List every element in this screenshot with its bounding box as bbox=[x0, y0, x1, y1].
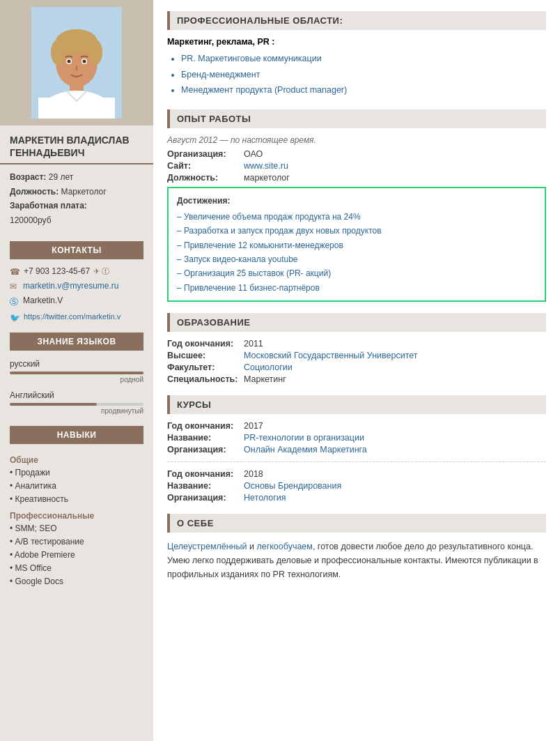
edu-higher-label: Высшее: bbox=[167, 351, 244, 360]
course1-org-value: Онлайн Академия Маркетинга bbox=[244, 445, 367, 454]
achievement-6: – Привлечение 11 бизнес-партнёров bbox=[177, 281, 536, 295]
main-content: ПРОФЕССИОНАЛЬНЫЕ ОБЛАСТИ: Маркетинг, рек… bbox=[153, 0, 560, 741]
work-position-row: Должность: маркетолог bbox=[167, 173, 546, 183]
skill-item-smm: • SMM; SEO bbox=[10, 522, 143, 535]
skills-general-label: Общие bbox=[10, 455, 143, 465]
achievement-5: – Организация 25 выставок (PR- акций) bbox=[177, 266, 536, 280]
about-title: О СЕБЕ bbox=[167, 514, 546, 533]
about-text: Целеустремлённый и легкообучаем, готов д… bbox=[167, 540, 546, 581]
about-highlight-2: легкообучаем bbox=[256, 542, 312, 551]
work-position-label: Должность: bbox=[167, 173, 244, 183]
candidate-info: Возраст: 29 лет Должность: Маркетолог За… bbox=[0, 170, 153, 234]
lang-name-russian: русский bbox=[10, 359, 143, 369]
svg-point-10 bbox=[68, 60, 71, 63]
skype-value: Marketin.V bbox=[23, 296, 63, 305]
edu-faculty-row: Факультет: Социологии bbox=[167, 362, 546, 372]
sidebar: МАРКЕТИН ВЛАДИСЛАВ ГЕННАДЬЕВИЧ Возраст: … bbox=[0, 0, 153, 741]
professional-areas-title: ПРОФЕССИОНАЛЬНЫЕ ОБЛАСТИ: bbox=[167, 11, 546, 30]
about-highlight-1: Целеустремлённый bbox=[167, 542, 247, 551]
skype-icon: Ⓢ bbox=[10, 296, 20, 308]
work-site-value: www.site.ru bbox=[244, 161, 288, 171]
education-title: ОБРАЗОВАНИЕ bbox=[167, 313, 546, 332]
edu-specialty-value: Маркетинг bbox=[244, 374, 286, 384]
course2-name-label: Название: bbox=[167, 481, 244, 491]
course1-year-row: Год окончания: 2017 bbox=[167, 421, 546, 431]
skype-item: Ⓢ Marketin.V bbox=[0, 294, 153, 310]
email-icon: ✉ bbox=[10, 282, 20, 291]
course1-name-row: Название: PR-технологии в организации bbox=[167, 433, 546, 443]
work-date-range: Август 2012 — по настоящее время. bbox=[167, 135, 546, 145]
work-org-label: Организация: bbox=[167, 149, 244, 159]
about-section: О СЕБЕ Целеустремлённый и легкообучаем, … bbox=[167, 514, 546, 581]
course1-year-label: Год окончания: bbox=[167, 421, 244, 431]
candidate-name: МАРКЕТИН ВЛАДИСЛАВ ГЕННАДЬЕВИЧ bbox=[0, 125, 153, 165]
twitter-item: 🐦 https://twitter.com/marketin.v bbox=[0, 311, 153, 324]
edu-faculty-label: Факультет: bbox=[167, 362, 244, 372]
edu-year-row: Год окончания: 2011 bbox=[167, 339, 546, 349]
resume-container: МАРКЕТИН ВЛАДИСЛАВ ГЕННАДЬЕВИЧ Возраст: … bbox=[0, 0, 560, 741]
lang-bar-english-bg bbox=[10, 403, 143, 406]
edu-year-value: 2011 bbox=[244, 339, 263, 349]
profile-photo bbox=[0, 0, 153, 125]
prof-item-1: PR. Маркетинговые коммуникации bbox=[181, 51, 546, 67]
lang-name-english: Английский bbox=[10, 390, 143, 400]
course-2: Год окончания: 2018 Название: Основы Бре… bbox=[167, 469, 546, 503]
achievements-box: Достижения: – Увеличение объема продаж п… bbox=[167, 187, 546, 303]
edu-specialty-label: Специальность: bbox=[167, 374, 244, 384]
course-1: Год окончания: 2017 Название: PR-техноло… bbox=[167, 421, 546, 454]
course2-year-value: 2018 bbox=[244, 469, 263, 479]
prof-item-3: Менеджмент продукта (Product manager) bbox=[181, 82, 546, 98]
svg-point-6 bbox=[51, 40, 65, 65]
twitter-icon: 🐦 bbox=[10, 313, 20, 323]
achievement-2: – Разработка и запуск продаж двух новых … bbox=[177, 224, 536, 238]
lang-bar-russian-fill bbox=[10, 372, 143, 374]
lang-bar-english-fill bbox=[10, 403, 97, 406]
course1-name-value: PR-технологии в организации bbox=[244, 433, 364, 443]
work-site-label: Сайт: bbox=[167, 161, 244, 171]
courses-separator bbox=[167, 461, 546, 462]
work-org-row: Организация: ОАО bbox=[167, 149, 546, 159]
work-experience-title: ОПЫТ РАБОТЫ bbox=[167, 109, 546, 128]
course2-org-label: Организация: bbox=[167, 493, 244, 503]
edu-higher-value: Московский Государственный Университет bbox=[244, 351, 418, 360]
skills-professional-label: Профессиональные bbox=[10, 511, 143, 521]
course2-org-row: Организация: Нетология bbox=[167, 493, 546, 503]
achievement-3: – Привлечение 12 комьюнити-менеджеров bbox=[177, 238, 536, 252]
languages-title: ЗНАНИЕ ЯЗЫКОВ bbox=[10, 333, 143, 351]
prof-item-2: Бренд-менеджмент bbox=[181, 67, 546, 83]
skill-item-analitika: • Аналитика bbox=[10, 480, 143, 493]
prof-category: Маркетинг, реклама, PR : bbox=[167, 37, 274, 47]
twitter-link[interactable]: https://twitter.com/marketin.v bbox=[24, 312, 120, 321]
work-org-value: ОАО bbox=[244, 149, 263, 159]
skill-item-googledocs: • Google Docs bbox=[10, 575, 143, 588]
skill-item-prodazhi: • Продажи bbox=[10, 466, 143, 480]
phone-item: ☎ +7 903 123-45-67 ✈ ⓣ bbox=[0, 265, 153, 278]
professional-areas-section: ПРОФЕССИОНАЛЬНЫЕ ОБЛАСТИ: Маркетинг, рек… bbox=[167, 11, 546, 98]
lang-level-russian: родной bbox=[10, 376, 143, 383]
email-link[interactable]: marketin.v@myresume.ru bbox=[23, 281, 119, 291]
lang-bar-russian-bg bbox=[10, 372, 143, 374]
course2-name-row: Название: Основы Брендирования bbox=[167, 481, 546, 491]
contacts-title: КОНТАКТЫ bbox=[10, 241, 143, 259]
language-russian: русский родной bbox=[0, 356, 153, 388]
course1-org-label: Организация: bbox=[167, 445, 244, 454]
lang-level-english: продвинутый bbox=[10, 407, 143, 415]
work-site-row: Сайт: www.site.ru bbox=[167, 161, 546, 171]
achievements-label: Достижения: bbox=[177, 194, 536, 208]
language-english: Английский продвинутый bbox=[0, 388, 153, 419]
skill-item-kreativnost: • Креативность bbox=[10, 493, 143, 506]
skill-item-ab: • А/В тестирование bbox=[10, 535, 143, 549]
skills-title: НАВЫКИ bbox=[10, 426, 143, 444]
svg-point-7 bbox=[88, 40, 102, 65]
edu-higher-row: Высшее: Московский Государственный Униве… bbox=[167, 351, 546, 360]
courses-section: КУРСЫ Год окончания: 2017 Название: PR-т… bbox=[167, 395, 546, 503]
course1-year-value: 2017 bbox=[244, 421, 263, 431]
email-item: ✉ marketin.v@myresume.ru bbox=[0, 280, 153, 293]
edu-faculty-value: Социологии bbox=[244, 362, 293, 372]
achievement-4: – Запуск видео-канала youtube bbox=[177, 252, 536, 266]
edu-specialty-row: Специальность: Маркетинг bbox=[167, 374, 546, 384]
phone-icon: ☎ bbox=[10, 267, 20, 277]
edu-year-label: Год окончания: bbox=[167, 339, 244, 349]
svg-point-11 bbox=[83, 60, 86, 63]
courses-title: КУРСЫ bbox=[167, 395, 546, 414]
